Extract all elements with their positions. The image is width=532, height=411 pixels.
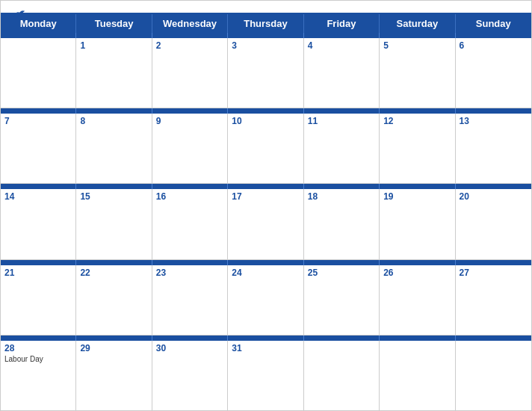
day-cell	[304, 341, 380, 410]
day-cell: 16	[152, 189, 228, 259]
day-cell: 15	[76, 189, 152, 259]
day-cell: 20	[456, 189, 531, 259]
day-number: 21	[4, 268, 72, 278]
day-cell: 21	[1, 265, 76, 335]
day-cell: 27	[456, 265, 531, 335]
day-number: 1	[80, 40, 147, 51]
day-header-friday: Friday	[304, 14, 380, 33]
week-strip-4	[1, 336, 531, 341]
day-number: 31	[232, 343, 299, 353]
day-cell: 2	[152, 38, 228, 108]
day-number: 3	[232, 40, 299, 51]
day-cell: 1	[76, 38, 152, 108]
day-number: 29	[80, 343, 147, 353]
calendar: MondayTuesdayWednesdayThursdayFridaySatu…	[0, 0, 532, 411]
holiday-label: Labour Day	[4, 355, 72, 363]
week-row-0: 123456	[1, 38, 531, 108]
day-cell: 18	[304, 189, 380, 259]
day-cell: 25	[304, 265, 380, 335]
weeks-container: 1234567891011121314151617181920212223242…	[1, 33, 531, 410]
day-cell: 28Labour Day	[1, 341, 76, 410]
day-cell: 31	[228, 341, 303, 410]
day-number: 15	[80, 191, 147, 202]
logo-bird-icon	[13, 8, 26, 19]
week-row-2: 14151617181920	[1, 189, 531, 259]
day-cell: 24	[228, 265, 303, 335]
day-number: 28	[4, 343, 72, 353]
logo	[13, 8, 28, 19]
day-cell: 8	[76, 114, 152, 183]
day-header-sunday: Sunday	[456, 14, 531, 33]
day-number: 17	[232, 191, 299, 202]
logo-blue-area	[13, 8, 28, 19]
week-strip-1	[1, 108, 531, 114]
day-number: 2	[156, 40, 223, 51]
week-row-1: 78910111213	[1, 114, 531, 184]
day-number: 23	[156, 268, 223, 278]
day-cell: 7	[1, 114, 76, 183]
day-cell: 10	[228, 114, 303, 183]
day-cell: 26	[380, 265, 455, 335]
day-cell: 17	[228, 189, 303, 259]
day-number: 19	[383, 191, 451, 202]
day-number: 25	[308, 268, 375, 278]
day-cell: 5	[380, 38, 455, 108]
day-cell: 11	[304, 114, 380, 183]
day-number: 9	[156, 116, 223, 126]
day-cell	[1, 38, 76, 108]
day-cell: 30	[152, 341, 228, 410]
day-number: 8	[80, 116, 147, 126]
day-cell: 14	[1, 189, 76, 259]
day-number: 26	[383, 268, 451, 278]
week-row-4: 28Labour Day293031	[1, 341, 531, 410]
day-number: 13	[460, 116, 528, 126]
day-cell: 19	[380, 189, 455, 259]
day-number: 27	[460, 268, 528, 278]
day-cell: 12	[380, 114, 455, 183]
day-cell: 3	[228, 38, 303, 108]
day-header-tuesday: Tuesday	[76, 14, 152, 33]
day-number: 14	[4, 191, 72, 202]
day-number: 30	[156, 343, 223, 353]
day-header-saturday: Saturday	[380, 14, 455, 33]
day-cell: 6	[456, 38, 531, 108]
day-number: 6	[460, 40, 528, 51]
week-strip-0	[1, 33, 531, 38]
day-header-wednesday: Wednesday	[152, 14, 228, 33]
week-strip-2	[1, 184, 531, 189]
day-header-thursday: Thursday	[228, 14, 303, 33]
day-number: 20	[460, 191, 528, 202]
day-number: 24	[232, 268, 299, 278]
day-number: 18	[308, 191, 375, 202]
week-row-3: 21222324252627	[1, 265, 531, 336]
day-number: 4	[308, 40, 375, 51]
day-cell: 22	[76, 265, 152, 335]
day-number: 16	[156, 191, 223, 202]
day-number: 10	[232, 116, 299, 126]
day-number: 11	[308, 116, 375, 126]
day-cell	[456, 341, 531, 410]
day-number: 22	[80, 268, 147, 278]
day-cell	[380, 341, 455, 410]
calendar-header	[1, 1, 531, 13]
day-number: 5	[383, 40, 451, 51]
day-cell: 4	[304, 38, 380, 108]
day-headers-row: MondayTuesdayWednesdayThursdayFridaySatu…	[1, 14, 531, 33]
day-cell: 29	[76, 341, 152, 410]
day-cell: 9	[152, 114, 228, 183]
day-number: 12	[383, 116, 451, 126]
calendar-grid: MondayTuesdayWednesdayThursdayFridaySatu…	[1, 13, 531, 410]
week-strip-3	[1, 260, 531, 265]
day-number: 7	[4, 116, 72, 126]
day-cell: 13	[456, 114, 531, 183]
day-cell: 23	[152, 265, 228, 335]
